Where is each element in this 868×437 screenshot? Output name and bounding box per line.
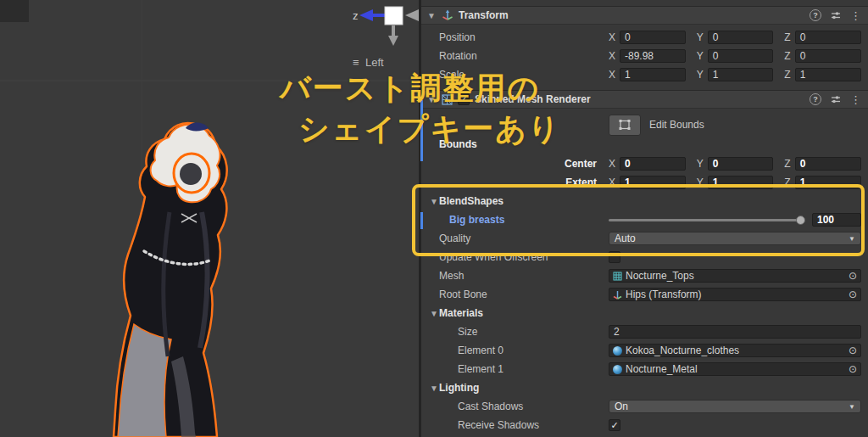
- z-axis-label: Z: [784, 50, 790, 62]
- center-y-field[interactable]: 0: [708, 157, 774, 171]
- side-axis-cone-icon[interactable]: [405, 9, 419, 21]
- material-icon: [613, 346, 622, 356]
- y-axis-label: Y: [697, 176, 704, 188]
- object-picker-icon[interactable]: ⊙: [849, 271, 857, 281]
- gizmo-cube-icon[interactable]: [385, 7, 403, 25]
- cast-shadows-dropdown[interactable]: On ▼: [609, 400, 861, 413]
- rotation-x-field[interactable]: -89.98: [620, 49, 686, 63]
- skinned-mesh-renderer-icon: [442, 94, 453, 105]
- extent-y-field[interactable]: 1: [708, 176, 774, 189]
- slider-handle[interactable]: [796, 216, 805, 225]
- transform-header[interactable]: ▼ Transform ? ⋮: [421, 6, 868, 25]
- help-icon[interactable]: ?: [810, 9, 821, 21]
- cast-shadows-value: On: [615, 401, 628, 412]
- position-x-field[interactable]: 0: [620, 31, 686, 44]
- foldout-icon[interactable]: ▼: [426, 11, 437, 20]
- foldout-icon[interactable]: ▼: [429, 384, 439, 393]
- cast-shadows-row: Cast Shadows On ▼: [421, 399, 868, 414]
- object-picker-icon[interactable]: ⊙: [849, 364, 857, 374]
- help-icon[interactable]: ?: [810, 93, 821, 105]
- extent-x-field[interactable]: 1: [620, 176, 686, 189]
- rotation-row: Rotation X-89.98 Y0 Z0: [421, 48, 868, 64]
- receive-shadows-row: Receive Shadows ✓: [421, 417, 868, 433]
- z-axis-label: Z: [784, 31, 790, 43]
- position-y-field[interactable]: 0: [708, 31, 774, 44]
- transform-icon: [442, 9, 453, 21]
- mesh-icon: [613, 272, 622, 281]
- blendshape-value-field[interactable]: 100: [812, 213, 861, 227]
- update-when-offscreen-checkbox[interactable]: [609, 251, 620, 263]
- edit-bounds-label: Edit Bounds: [649, 119, 704, 131]
- skinned-mesh-renderer-header[interactable]: ▼ ✓ Skinned Mesh Renderer ? ⋮: [421, 90, 868, 109]
- component-enabled-checkbox[interactable]: ✓: [458, 93, 470, 105]
- rotation-y-field[interactable]: 0: [708, 49, 774, 63]
- blendshape-slider[interactable]: [609, 219, 804, 221]
- down-axis-arrow-icon[interactable]: [388, 36, 398, 46]
- view-orientation-label[interactable]: Left: [365, 56, 384, 69]
- rotation-label: Rotation: [439, 50, 609, 62]
- scale-y-field[interactable]: 1: [708, 68, 774, 81]
- chevron-down-icon: ▼: [849, 235, 855, 243]
- gizmo-z-label: z: [353, 9, 359, 22]
- root-bone-object-field[interactable]: Hips (Transform) ⊙: [609, 288, 861, 301]
- foldout-icon[interactable]: ▼: [429, 309, 439, 318]
- menu-icon: ≡: [353, 56, 359, 69]
- element-1-label: Element 1: [458, 363, 609, 375]
- scale-z-field[interactable]: 1: [795, 68, 861, 81]
- position-z-field[interactable]: 0: [795, 31, 861, 44]
- edit-bounds-button[interactable]: [609, 115, 641, 136]
- blendshapes-foldout[interactable]: ▼ BlendShapes: [421, 193, 868, 209]
- object-picker-icon[interactable]: ⊙: [849, 345, 857, 356]
- y-axis-label: Y: [697, 50, 704, 62]
- element-1-value: Nocturne_Metal: [626, 363, 698, 375]
- scene-corner-patch: [0, 0, 29, 22]
- component-title: Transform: [459, 9, 509, 21]
- scale-row: Scale X1 Y1 Z1: [421, 67, 868, 82]
- receive-shadows-checkbox[interactable]: ✓: [609, 419, 620, 431]
- scale-label: Scale: [439, 69, 609, 81]
- center-label: Center: [439, 158, 609, 170]
- rotation-z-field[interactable]: 0: [795, 49, 861, 63]
- root-bone-row: Root Bone Hips (Transform) ⊙: [421, 287, 868, 302]
- materials-foldout[interactable]: ▼ Materials: [421, 305, 868, 321]
- z-axis-arrow-icon[interactable]: [359, 9, 373, 21]
- element-0-object-field[interactable]: Kokoa_Nocturne_clothes ⊙: [609, 344, 861, 357]
- update-when-offscreen-row: Update When Offscreen: [421, 249, 868, 265]
- quality-dropdown[interactable]: Auto ▼: [609, 232, 861, 245]
- mesh-value: Nocturne_Tops: [626, 270, 694, 282]
- center-z-field[interactable]: 0: [795, 157, 861, 171]
- foldout-icon[interactable]: ▼: [429, 197, 439, 206]
- material-icon: [613, 365, 622, 374]
- presets-icon[interactable]: [831, 10, 841, 20]
- z-axis-label: Z: [784, 158, 790, 170]
- orientation-gizmo[interactable]: z: [353, 7, 419, 46]
- materials-size-field[interactable]: 2: [609, 325, 861, 339]
- center-x-field[interactable]: 0: [620, 157, 686, 171]
- quality-label: Quality: [439, 233, 609, 244]
- x-axis-label: X: [609, 50, 615, 62]
- lighting-foldout[interactable]: ▼ Lighting: [421, 380, 868, 395]
- element-1-object-field[interactable]: Nocturne_Metal ⊙: [609, 362, 861, 376]
- z-axis-label: Z: [784, 69, 790, 81]
- kebab-menu-icon[interactable]: ⋮: [850, 94, 861, 105]
- cast-shadows-label: Cast Shadows: [458, 401, 609, 412]
- foldout-icon[interactable]: ▼: [426, 95, 437, 104]
- extent-z-field[interactable]: 1: [795, 176, 861, 189]
- size-label: Size: [458, 326, 609, 338]
- quality-row: Quality Auto ▼: [421, 231, 868, 246]
- blendshape-row: Big breasts 100: [421, 212, 868, 227]
- edit-bounds-icon: [618, 119, 632, 131]
- materials-title: Materials: [439, 307, 483, 319]
- receive-shadows-label: Receive Shadows: [458, 419, 609, 431]
- object-picker-icon[interactable]: ⊙: [849, 289, 857, 300]
- kebab-menu-icon[interactable]: ⋮: [850, 10, 861, 21]
- bounds-extent-row: Extent X1 Y1 Z1: [421, 175, 868, 190]
- character-model[interactable]: [114, 123, 227, 437]
- scene-view[interactable]: z ≡ Left: [0, 0, 419, 437]
- scale-x-field[interactable]: 1: [620, 68, 686, 81]
- mesh-label: Mesh: [439, 270, 609, 282]
- mesh-object-field[interactable]: Nocturne_Tops ⊙: [609, 269, 861, 283]
- position-label: Position: [439, 31, 609, 43]
- presets-icon[interactable]: [831, 94, 841, 104]
- update-when-offscreen-label: Update When Offscreen: [439, 251, 609, 263]
